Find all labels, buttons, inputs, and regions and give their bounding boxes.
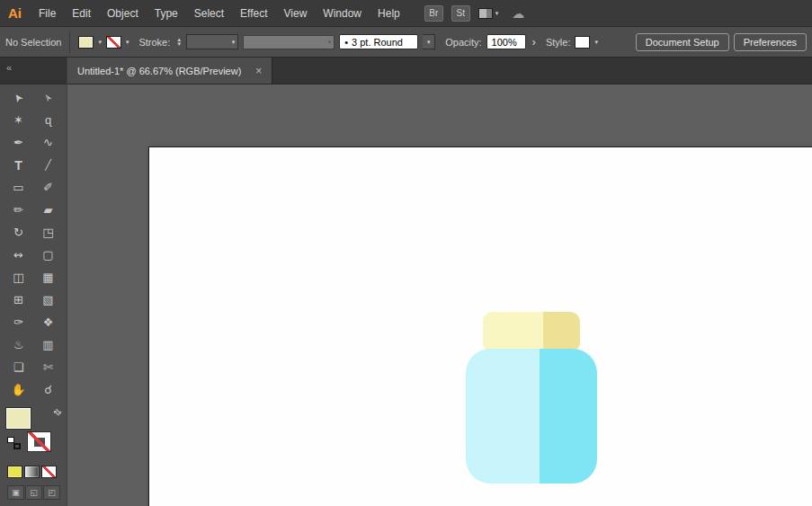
document-setup-button[interactable]: Document Setup [636, 33, 729, 51]
menu-edit[interactable]: Edit [64, 7, 99, 20]
column-graph-tool[interactable]: ▥ [33, 333, 63, 356]
shape-builder-tool[interactable]: ◫ [4, 266, 33, 289]
document-tab[interactable]: Untitled-1* @ 66.67% (RGB/Preview) × [67, 58, 272, 84]
default-fill-square [7, 437, 14, 443]
pen-tool[interactable]: ✒ [4, 131, 33, 154]
menu-window[interactable]: Window [315, 7, 370, 20]
menu-select[interactable]: Select [186, 7, 232, 20]
hand-icon: ✋ [11, 383, 25, 396]
stock-button[interactable]: St [451, 5, 470, 22]
chevron-down-icon[interactable]: ▾ [126, 39, 129, 46]
mesh-icon: ⊞ [13, 293, 23, 306]
blend-icon: ❖ [43, 315, 54, 329]
chevron-down-icon[interactable]: ▾ [594, 39, 598, 46]
artboard-icon: ❏ [13, 360, 24, 374]
menu-bar: Ai FileEditObjectTypeSelectEffectViewWin… [0, 0, 812, 27]
main-area: « ➤➢✶ɋ✒∿T╱▭✐✏▰↻◳↭▢◫▦⊞▧✑❖♨▥❏✄✋☌ ⇄ [0, 58, 812, 506]
draw-normal-button[interactable]: ▣ [7, 485, 24, 500]
type-tool[interactable]: T [4, 154, 33, 176]
mesh-tool[interactable]: ⊞ [4, 289, 33, 311]
brush-preview-icon: • [344, 37, 348, 48]
draw-normal-icon: ▣ [12, 488, 20, 497]
brush-definition-field[interactable]: • 3 pt. Round [339, 34, 418, 49]
draw-behind-icon: ◱ [30, 488, 38, 497]
fill-color-swatch[interactable] [6, 408, 31, 429]
line-segment-icon: ╱ [45, 159, 51, 171]
swap-fill-stroke-icon[interactable]: ⇄ [51, 406, 64, 419]
bridge-button[interactable]: Br [424, 5, 443, 22]
brush-name: 3 pt. Round [352, 37, 403, 48]
cs-live-icon[interactable]: ☁ [512, 6, 524, 21]
zoom-tool[interactable]: ☌ [33, 378, 63, 401]
preferences-button[interactable]: Preferences [734, 33, 807, 51]
opacity-input[interactable]: 100% [486, 34, 526, 49]
slice-icon: ✄ [43, 360, 53, 374]
column-graph-icon: ▥ [42, 338, 53, 351]
eyedropper-icon: ✑ [13, 315, 23, 329]
menu-type[interactable]: Type [147, 7, 186, 20]
stroke-weight-combo[interactable]: ▾ [186, 34, 238, 49]
paintbrush-tool[interactable]: ✐ [33, 176, 63, 199]
chevron-down-icon[interactable]: ▾ [98, 39, 102, 46]
width-tool[interactable]: ↭ [4, 244, 33, 266]
magic-wand-icon: ✶ [13, 113, 23, 127]
curvature-tool[interactable]: ∿ [33, 131, 63, 154]
curvature-icon: ∿ [43, 136, 53, 149]
draw-inside-button[interactable]: ◰ [43, 485, 60, 500]
menu-view[interactable]: View [276, 7, 316, 20]
line-segment-tool[interactable]: ╱ [33, 154, 63, 176]
slice-tool[interactable]: ✄ [33, 356, 63, 378]
direct-selection-tool[interactable]: ➢ [33, 86, 63, 109]
color-button[interactable] [7, 466, 22, 478]
tab-title: Untitled-1* @ 66.67% (RGB/Preview) [77, 66, 241, 76]
eyedropper-tool[interactable]: ✑ [4, 311, 33, 333]
jar-body-shape[interactable] [466, 349, 597, 484]
canvas[interactable] [67, 84, 812, 506]
rotate-tool[interactable]: ↻ [4, 221, 33, 244]
menubar-right-cluster: Br St ▾ ☁ [424, 5, 525, 22]
stroke-color-swatch[interactable] [27, 431, 51, 452]
blend-tool[interactable]: ❖ [33, 311, 63, 333]
jar-body-shade [540, 349, 597, 484]
menu-effect[interactable]: Effect [232, 7, 275, 20]
selection-icon: ➤ [11, 90, 26, 104]
eraser-tool[interactable]: ▰ [33, 199, 63, 221]
menu-file[interactable]: File [31, 7, 64, 20]
menu-object[interactable]: Object [99, 7, 147, 20]
gradient-button[interactable] [24, 466, 40, 478]
eraser-icon: ▰ [44, 203, 53, 217]
rectangle-icon: ▭ [13, 181, 23, 194]
hand-tool[interactable]: ✋ [4, 378, 33, 401]
workspace-switcher[interactable]: ▾ [478, 8, 499, 19]
tab-close-icon[interactable]: × [255, 65, 262, 77]
stepper-down-icon[interactable]: ▼ [176, 42, 182, 47]
scale-tool[interactable]: ◳ [33, 221, 63, 244]
draw-behind-button[interactable]: ◱ [25, 485, 42, 500]
lasso-tool[interactable]: ɋ [33, 109, 63, 131]
rotate-icon: ↻ [13, 226, 23, 239]
chevron-down-icon: ▾ [495, 10, 499, 17]
stroke-weight-stepper[interactable]: ▲ ▼ [176, 38, 182, 47]
brush-dropdown-button[interactable]: ▾ [423, 34, 435, 49]
symbol-sprayer-tool[interactable]: ♨ [4, 333, 33, 356]
pencil-tool[interactable]: ✏ [4, 199, 33, 221]
selection-tool[interactable]: ➤ [4, 86, 33, 109]
menu-help[interactable]: Help [370, 7, 408, 20]
rectangle-tool[interactable]: ▭ [4, 176, 33, 199]
artboard-tool[interactable]: ❏ [4, 356, 33, 378]
perspective-grid-tool[interactable]: ▦ [33, 266, 63, 289]
collapse-panel-icon[interactable]: « [6, 62, 12, 73]
magic-wand-tool[interactable]: ✶ [4, 109, 33, 131]
scale-icon: ◳ [42, 226, 53, 239]
opacity-flyout-icon[interactable]: › [531, 35, 538, 49]
fill-color-dropdown[interactable] [78, 36, 94, 49]
control-bar: No Selection ▾ ▾ Stroke: ▲ ▼ ▾ ▾ • 3 pt.… [0, 27, 812, 58]
free-transform-tool[interactable]: ▢ [33, 244, 63, 266]
stroke-color-dropdown[interactable] [106, 36, 121, 49]
jar-lid-shape[interactable] [483, 312, 580, 352]
none-button[interactable] [41, 466, 57, 478]
default-fill-stroke-icon[interactable] [7, 437, 21, 449]
chevron-down-icon: ▾ [328, 39, 332, 46]
gradient-tool[interactable]: ▧ [33, 289, 63, 311]
style-swatch-dropdown[interactable] [575, 36, 590, 49]
